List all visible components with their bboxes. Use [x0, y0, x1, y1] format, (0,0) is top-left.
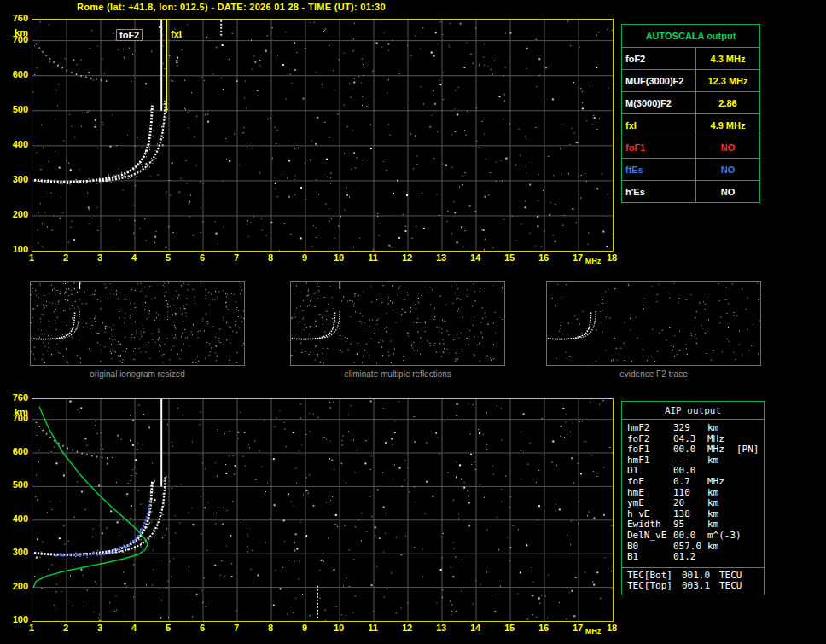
- aip-param-extra: [736, 423, 764, 434]
- thumbnail-original-ionogram: [30, 281, 245, 366]
- x-axis-label: 13: [432, 623, 451, 633]
- aip-param-unit: MHz: [707, 477, 736, 488]
- x-axis-label: 9: [295, 252, 314, 263]
- top-ionogram-canvas: [32, 20, 613, 251]
- aip-param-value: 20: [673, 498, 707, 509]
- aip-param-value: 003.1: [682, 581, 719, 592]
- autoscala-row: MUF(3000)F212.3 MHz: [622, 70, 760, 92]
- autoscala-row: h'EsNO: [622, 181, 760, 203]
- y-axis-unit: km: [3, 27, 28, 38]
- aip-param-unit: MHz: [707, 444, 736, 455]
- y-axis-label: 400: [3, 513, 28, 524]
- autoscala-row: foF1NO: [622, 136, 760, 159]
- x-axis-label: 15: [500, 623, 519, 633]
- thumbnail-caption: original ionogram resized: [30, 369, 245, 379]
- y-axis-label: 200: [3, 209, 28, 219]
- parameter-name: h'Es: [622, 181, 696, 203]
- aip-param-unit: km: [707, 423, 736, 434]
- aip-output-table: AIP output hmF2329kmfoF204.3MHzfoF100.0M…: [621, 401, 765, 595]
- aip-param-name: TEC[Top]: [627, 581, 682, 592]
- bottom-ionogram-plot: [32, 398, 614, 622]
- aip-param-value: 01.2: [673, 552, 707, 563]
- aip-row: D100.0: [627, 466, 764, 477]
- x-axis-label: 3: [90, 252, 109, 263]
- x-axis-label: 14: [466, 623, 485, 633]
- x-axis-unit: MHz: [582, 257, 604, 265]
- aip-row: foF100.0MHz[PN]: [627, 444, 764, 455]
- thumbnail-caption: evidence F2 trace: [546, 369, 761, 379]
- y-axis-unit: km: [3, 407, 28, 417]
- aip-param-name: DelN_vE: [627, 531, 673, 542]
- aip-param-unit: km: [707, 498, 736, 509]
- x-axis-unit: MHz: [582, 627, 604, 635]
- x-axis-label: 8: [261, 623, 280, 633]
- autoscala-header: AUTOSCALA output: [622, 25, 760, 48]
- thumbnail-f2-trace: [546, 281, 761, 366]
- aip-param-name: B1: [627, 552, 673, 563]
- aip-param-unit: km: [707, 542, 736, 553]
- y-axis-label: 300: [3, 547, 28, 557]
- aip-row: hmE110km: [627, 488, 764, 499]
- aip-param-extra: [PN]: [736, 444, 764, 455]
- parameter-value: 2.86: [696, 92, 760, 114]
- aip-header: AIP output: [622, 402, 764, 420]
- x-axis-label: 8: [261, 252, 280, 263]
- aip-row: hmF2329km: [627, 423, 764, 434]
- bottom-ionogram-canvas: [32, 399, 613, 621]
- autoscala-app-window: Rome (lat: +41.8, lon: 012.5) - DATE: 20…: [0, 0, 826, 644]
- autoscala-header-row: AUTOSCALA output: [622, 25, 760, 48]
- aip-param-unit: m^(-3): [707, 531, 736, 542]
- y-axis-label: 760: [3, 13, 28, 23]
- aip-param-unit: TECU: [719, 581, 764, 592]
- aip-param-value: 00.0: [673, 444, 707, 455]
- aip-param-name: ymE: [627, 498, 673, 509]
- x-axis-label: 7: [227, 252, 246, 263]
- aip-param-extra: [736, 509, 764, 520]
- aip-row: foE0.7MHz: [627, 477, 764, 488]
- x-axis-label: 9: [295, 623, 314, 633]
- x-axis-label: 6: [193, 623, 212, 633]
- aip-param-extra: [736, 531, 764, 542]
- autoscala-row: ftEsNO: [622, 159, 760, 181]
- aip-param-extra: [736, 498, 764, 509]
- y-axis-label: 200: [3, 581, 28, 591]
- autoscala-row: foF24.3 MHz: [622, 48, 760, 70]
- autoscala-row: fxI4.9 MHz: [622, 114, 760, 136]
- autoscala-row: M(3000)F22.86: [622, 92, 760, 114]
- x-axis-label: 5: [159, 623, 177, 633]
- aip-param-value: 0.7: [673, 477, 707, 488]
- x-axis-label: 2: [56, 623, 75, 633]
- x-axis-label: 7: [227, 623, 246, 633]
- parameter-value: 4.3 MHz: [696, 48, 760, 70]
- y-axis-label: 300: [3, 174, 28, 184]
- y-axis-label: 500: [3, 104, 28, 114]
- x-axis-label: 10: [329, 623, 348, 633]
- x-axis-label: 4: [125, 252, 143, 263]
- y-axis-label: 400: [3, 139, 28, 149]
- parameter-value: 4.9 MHz: [696, 114, 760, 136]
- aip-row: B101.2: [627, 552, 764, 563]
- aip-param-name: foE: [627, 477, 673, 488]
- aip-param-unit: km: [707, 455, 736, 467]
- tec-row: TEC[Top]003.1TECU: [627, 581, 764, 592]
- aip-param-extra: [736, 477, 764, 488]
- foF2-marker-label: foF2: [116, 29, 143, 41]
- x-axis-label: 1: [22, 252, 41, 263]
- aip-param-extra: [736, 455, 764, 467]
- x-axis-label: 13: [432, 252, 451, 263]
- parameter-name: ftEs: [622, 159, 696, 181]
- top-ionogram-plot: foF2 fxI: [32, 19, 614, 252]
- parameter-name: foF1: [622, 136, 696, 159]
- x-axis-label: 16: [534, 623, 553, 633]
- aip-param-value: 00.0: [673, 531, 707, 542]
- x-axis-label: 12: [398, 252, 416, 263]
- station-title: Rome (lat: +41.8, lon: 012.5) - DATE: 20…: [77, 2, 386, 12]
- aip-row: DelN_vE00.0m^(-3): [627, 531, 764, 542]
- parameter-name: foF2: [622, 48, 696, 70]
- x-axis-label: 16: [534, 252, 553, 263]
- y-axis-label: 600: [3, 446, 28, 456]
- aip-param-value: 329: [673, 423, 707, 434]
- parameter-name: MUF(3000)F2: [622, 70, 696, 92]
- x-axis-label: 3: [90, 623, 109, 633]
- aip-param-name: foF1: [627, 444, 673, 455]
